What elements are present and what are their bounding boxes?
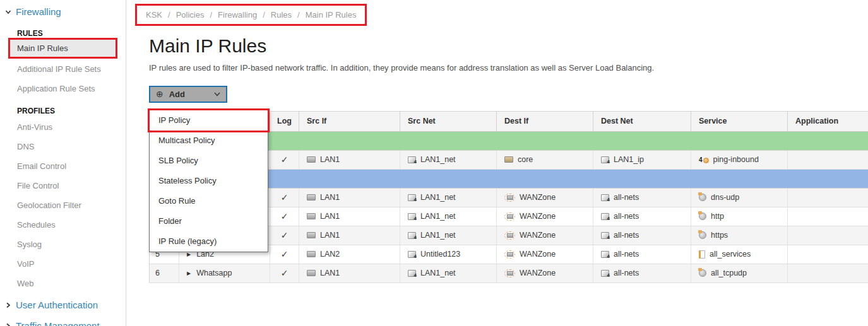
chevron-down-icon	[214, 92, 220, 96]
rule-number: 6	[150, 264, 179, 282]
src-if-cell-label: LAN1	[320, 231, 340, 240]
ipv4-network-icon: 4	[601, 213, 609, 220]
rule-name: ▶Whatsapp	[179, 264, 270, 282]
interface-icon	[507, 271, 513, 276]
breadcrumb-item[interactable]: Main IP Rules	[306, 10, 357, 20]
interface-icon	[307, 232, 316, 238]
dest-if-cell-label: WANZone	[520, 250, 556, 259]
interface-icon	[307, 213, 316, 219]
src-net-cell-label: LAN1_net	[420, 155, 456, 164]
src-net-cell: 4LAN1_net	[400, 207, 497, 226]
ipv4-network-icon: 4	[601, 270, 609, 277]
log-check-icon: ✓	[281, 249, 288, 259]
sidebar-item-anti-virus[interactable]: Anti-Virus	[0, 117, 126, 137]
service-globe-icon	[699, 212, 706, 220]
column-header-destnet: Dest Net	[593, 112, 691, 131]
ipv4-label: 4	[414, 235, 417, 240]
breadcrumb: KSK/Policies/Firewalling/Rules/Main IP R…	[135, 4, 367, 26]
service-cell: https	[691, 226, 788, 245]
sidebar-item-web[interactable]: Web	[0, 274, 126, 293]
sidebar-item-main-ip-rules[interactable]: Main IP Rules	[10, 40, 116, 57]
dest-if-cell: WANZone	[497, 245, 593, 264]
service-cell: 4ping-inbound	[691, 151, 788, 169]
src-if-cell-label: LAN1	[320, 155, 340, 164]
sidebar-heading-rules: RULES	[0, 29, 126, 38]
interface-icon	[307, 156, 316, 163]
breadcrumb-separator: /	[168, 10, 170, 20]
sidebar-item-syslog[interactable]: Syslog	[0, 235, 126, 254]
ipv4-network-icon: 4	[408, 232, 416, 239]
ipv4-label: 4	[607, 235, 610, 240]
sidebar-item-dns[interactable]: DNS	[0, 137, 126, 156]
interface-icon	[307, 270, 316, 276]
src-net-cell-label: LAN1_net	[420, 193, 456, 202]
breadcrumb-item[interactable]: Policies	[176, 10, 205, 20]
dest-if-cell-label: WANZone	[520, 212, 556, 221]
breadcrumb-separator: /	[297, 10, 300, 20]
sidebar-section-firewalling[interactable]: Firewalling	[0, 0, 126, 21]
menu-item-ip-rule-legacy-[interactable]: IP Rule (legacy)	[150, 231, 268, 252]
dest-if-cell-label: WANZone	[520, 193, 556, 202]
src-if-cell: LAN2	[299, 245, 400, 264]
ipv4-label: 4	[607, 197, 610, 202]
log-check-icon: ✓	[281, 211, 288, 221]
add-button[interactable]: ⊕ Add	[149, 86, 227, 103]
ipv4-label: 4	[607, 273, 610, 278]
app-root: FirewallingRULESMain IP RulesAdditional …	[0, 0, 868, 326]
dest-net-cell: 4all-nets	[593, 264, 691, 282]
dest-if-cell: WANZone	[497, 207, 593, 226]
src-if-cell-label: LAN1	[320, 193, 340, 202]
log-cell: ✓	[270, 207, 299, 226]
sidebar-item-email-control[interactable]: Email Control	[0, 156, 126, 176]
service-globe-icon	[699, 194, 706, 201]
zone-interface-icon	[504, 194, 515, 202]
add-button-label: Add	[169, 90, 185, 99]
sidebar-items: FirewallingRULESMain IP RulesAdditional …	[0, 0, 126, 326]
src-net-cell: 4LAN1_net	[400, 226, 497, 245]
sidebar-item-file-control[interactable]: File Control	[0, 176, 126, 195]
service-cell-label: http	[711, 212, 724, 221]
src-net-cell: 4LAN1_net	[400, 151, 497, 169]
application-cell	[788, 189, 868, 207]
sidebar-section-traffic-management[interactable]: Traffic Management	[0, 314, 126, 326]
sidebar-item-additional-ip-rule-sets[interactable]: Additional IP Rule Sets	[0, 59, 126, 79]
menu-item-stateless-policy[interactable]: Stateless Policy	[150, 171, 268, 191]
log-cell: ✓	[270, 151, 299, 169]
log-cell: ✓	[270, 189, 299, 207]
dest-if-cell: WANZone	[497, 264, 593, 282]
menu-item-folder[interactable]: Folder	[150, 211, 268, 231]
plus-circle-icon: ⊕	[156, 90, 163, 98]
sidebar-item-application-rule-sets[interactable]: Application Rule Sets	[0, 79, 126, 98]
sidebar-item-geolocation-filter[interactable]: Geolocation Filter	[0, 195, 126, 215]
breadcrumb-item[interactable]: KSK	[146, 10, 162, 20]
service-group-icon	[699, 250, 705, 259]
log-cell: ✓	[270, 226, 299, 245]
sidebar-item-schedules[interactable]: Schedules	[0, 215, 126, 235]
expand-icon[interactable]: ▶	[187, 271, 191, 276]
sidebar-section-user-authentication[interactable]: User Authentication	[0, 293, 126, 314]
menu-item-multicast-policy[interactable]: Multicast Policy	[150, 131, 268, 151]
ipv4-network-icon: 4	[601, 232, 609, 239]
application-cell	[788, 151, 868, 169]
zone-interface-icon	[504, 212, 515, 221]
menu-item-goto-rule[interactable]: Goto Rule	[150, 191, 268, 211]
breadcrumb-item[interactable]: Firewalling	[218, 10, 257, 20]
breadcrumb-item[interactable]: Rules	[271, 10, 292, 20]
menu-item-slb-policy[interactable]: SLB Policy	[150, 151, 268, 171]
menu-item-ip-policy[interactable]: IP Policy	[150, 110, 268, 131]
sidebar-item-voip[interactable]: VoIP	[0, 254, 126, 274]
add-dropdown-menu: IP PolicyMulticast PolicySLB PolicyState…	[149, 110, 268, 252]
dest-if-cell-label: core	[518, 155, 533, 164]
chevron-down-icon	[5, 9, 11, 15]
service-cell: http	[691, 207, 788, 226]
dest-if-cell-label: WANZone	[520, 269, 556, 277]
service-cell: all_services	[691, 245, 788, 264]
application-cell	[788, 245, 868, 264]
src-net-cell: 4LAN1_net	[400, 264, 497, 282]
service-cell-label: all_tcpudp	[711, 269, 747, 277]
src-if-cell: LAN1	[299, 264, 400, 282]
dest-if-cell-label: WANZone	[520, 231, 556, 240]
log-check-icon: ✓	[281, 268, 288, 278]
table-row[interactable]: 6▶Whatsapp✓LAN14LAN1_netWANZone4all-nets…	[150, 264, 868, 283]
src-if-cell-label: LAN2	[320, 250, 340, 259]
